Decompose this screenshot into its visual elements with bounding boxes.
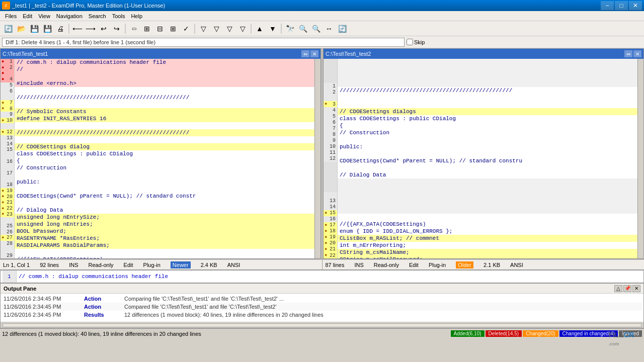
left-editor-pane: C:\Test\Test\_test1 ⇔ ✕ 1●2●●4●567●8●910… [0,48,321,259]
left-edit: Edit [124,262,133,268]
status-chip[interactable]: Deleted(14,5) [486,330,522,337]
right-linecount: 87 lines [326,262,345,268]
output-pane-header: Output Pane △ 📌 ✕ [1,284,643,294]
preview-line-num: 1 [8,274,11,280]
left-scrollbar[interactable] [314,59,320,258]
minimize-button[interactable]: − [601,1,614,10]
output-body: 11/26/2016 2:34:45 PMActionComparing fil… [1,294,643,322]
toolbar-up[interactable]: ▲ [254,23,266,35]
left-editor-header: C:\Test\Test\_test1 ⇔ ✕ [1,49,320,59]
toolbar-split[interactable]: ⊟ [154,23,166,35]
left-linecount: 92 lines [40,262,59,268]
toolbar-sep-1 [68,24,69,34]
menu-files[interactable]: Files [2,12,20,20]
right-plugin: Plug-in [429,262,446,268]
toolbar-sep-4 [251,24,252,34]
toolbar-sync[interactable]: ⊞ [141,23,153,35]
output-scrollbar-h[interactable] [1,322,643,328]
menu-tools[interactable]: Tools [109,12,128,20]
output-scrollbar-track [3,323,641,327]
output-close-btn[interactable]: ✕ [632,285,640,292]
status-bars: Ln 1, Col 1 92 lines INS Read-only Edit … [0,259,644,270]
toolbar-open[interactable]: 📂 [15,23,27,35]
menu-navigation[interactable]: Navigation [53,12,86,20]
toolbar-new[interactable]: 🔄 [2,23,14,35]
status-chip[interactable]: Changed(20) [523,330,558,337]
right-scrollbar[interactable] [637,59,643,258]
toolbar-undo[interactable]: ↩ [98,23,110,35]
app-icon: ≠ [2,2,10,10]
left-version: Newer [171,261,191,268]
toolbar-refresh[interactable]: 🔄 [336,23,348,35]
toolbar-copy-right[interactable]: ⟶ [85,23,97,35]
output-row: 11/26/2016 2:34:45 PMActionComparing fil… [2,295,642,303]
output-pane: Output Pane △ 📌 ✕ 11/26/2016 2:34:45 PMA… [0,283,644,328]
right-editor-pane: C:\Test\Test\_test2 ⇔ ✕ 123●456789101112… [323,48,644,259]
preview-code: // comm.h : dialup communications header… [17,274,641,280]
left-plugin: Plug-in [143,262,160,268]
diff-bar: Diff 1: Delete 4 lines (1 - 4, first fil… [0,36,644,48]
menu-view[interactable]: View [35,12,53,20]
diff-description: Diff 1: Delete 4 lines (1 - 4, first fil… [2,38,405,47]
toolbar-save-left[interactable]: 💾 [28,23,40,35]
left-sync-btn[interactable]: ⇔ [301,50,309,57]
menu-search[interactable]: Search [86,12,109,20]
toolbar-sep-2 [125,24,126,34]
left-editor-body: 1●2●●4●567●8●910●12●13141516171819●20●21… [1,59,320,258]
toolbar-print[interactable]: 🖨 [54,23,66,35]
output-float-btn[interactable]: △ [614,285,622,292]
skip-checkbox[interactable] [407,39,413,45]
output-pin-btn[interactable]: 📌 [623,285,631,292]
menu-bar: Files Edit View Navigation Search Tools … [0,11,644,21]
title-buttons: − □ ✕ [601,1,642,10]
toolbar-rect[interactable]: ▭ [128,23,140,35]
toolbar-check[interactable]: ✓ [180,23,192,35]
toolbar-search[interactable]: 🔍 [297,23,309,35]
left-ins: INS [69,262,78,268]
output-pane-title: Output Pane [4,286,36,292]
toolbar-save-right[interactable]: 💾 [41,23,53,35]
right-size: 2.1 KB [484,262,500,268]
right-readonly: Read-only [374,262,399,268]
left-close-btn[interactable]: ✕ [310,50,318,57]
bottom-summary: 12 differences (1 moved block): 40 lines… [2,331,201,337]
right-close-btn[interactable]: ✕ [633,50,641,57]
toolbar-filter1[interactable]: ▽ [197,23,209,35]
output-row: 11/26/2016 2:34:45 PMResults12 differenc… [2,311,642,319]
right-edit: Edit [409,262,419,268]
maximize-button[interactable]: □ [615,1,628,10]
toolbar-filter3[interactable]: ▽ [223,23,235,35]
bottom-status-bar: 12 differences (1 moved block): 40 lines… [0,328,644,338]
right-encoding: ANSI [510,262,523,268]
editors-container: C:\Test\Test\_test1 ⇔ ✕ 1●2●●4●567●8●910… [0,48,644,259]
output-row: 11/26/2016 2:34:45 PMActionCompared file… [2,303,642,311]
toolbar-grid[interactable]: ⊞ [167,23,179,35]
toolbar-sep-3 [194,24,195,34]
left-editor-path: C:\Test\Test\_test1 [3,51,48,57]
right-sync-btn[interactable]: ⇔ [624,50,632,57]
right-editor-header: C:\Test\Test\_test2 ⇔ ✕ [324,49,643,59]
preview-code-text: // comm.h : dialup communications header… [19,274,168,280]
toolbar-redo[interactable]: ↪ [111,23,123,35]
menu-help[interactable]: Help [128,12,145,20]
close-button[interactable]: ✕ [629,1,642,10]
left-status-bar: Ln 1, Col 1 92 lines INS Read-only Edit … [0,259,323,269]
toolbar-down[interactable]: ▼ [267,23,279,35]
toolbar-copy-left[interactable]: ⟵ [71,23,84,35]
skip-checkbox-container[interactable]: Skip [407,39,425,45]
toolbar-filter2[interactable]: ▽ [210,23,222,35]
menu-edit[interactable]: Edit [20,12,35,20]
status-chip[interactable]: Added(6,10) [451,330,485,337]
toolbar-filter4[interactable]: ▽ [236,23,249,35]
preview-gutter: 1 [3,270,17,283]
toolbar-binoculars[interactable]: 🔭 [284,23,296,35]
right-code-area[interactable]: ////////////////////////////////////////… [338,59,637,258]
left-size: 2.4 KB [201,262,217,268]
title-bar: ≠ _test1 | _test2 - ExamDiff Pro, Master… [0,0,644,11]
left-code-area[interactable]: // comm.h : dialup communications header… [15,59,314,258]
left-header-buttons: ⇔ ✕ [301,50,318,57]
toolbar-search2[interactable]: 🔍 [310,23,322,35]
skip-label: Skip [414,39,425,45]
toolbar-replace[interactable]: ↔ [323,23,335,35]
right-editor-body: 123●456789101112131415●1617●18●19●20●21●… [324,59,643,258]
